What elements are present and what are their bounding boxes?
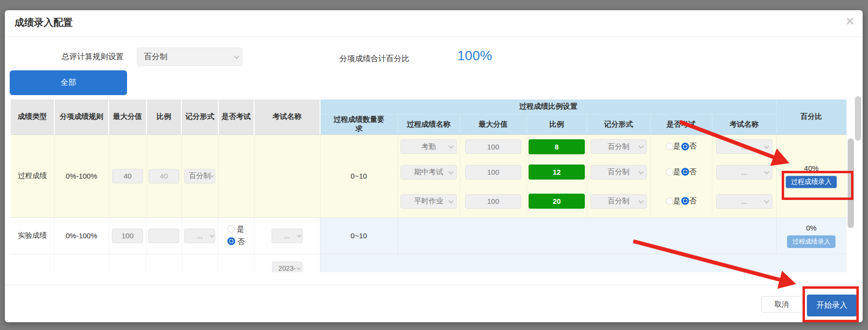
process-ratio-value[interactable]: 8: [529, 139, 585, 154]
title-divider: [5, 36, 863, 37]
cell-process-max: [460, 185, 527, 217]
start-entry-button[interactable]: 开始录入: [807, 295, 857, 316]
header-percent: 百分比: [776, 99, 846, 134]
sum-percent-label: 分项成绩合计百分比: [339, 54, 409, 64]
radio-yes[interactable]: [666, 168, 673, 176]
cell-grade-type: 过程成绩: [11, 134, 54, 217]
cell-quantity: 0~10: [320, 217, 398, 254]
process-max-input[interactable]: [466, 143, 521, 151]
subheader-is-exam: 是否考试: [650, 114, 712, 134]
cell-process-form: 百分制: [587, 185, 650, 217]
all-tab-button[interactable]: 全部: [10, 70, 127, 95]
radio-no-checked[interactable]: [681, 197, 689, 205]
subheader-ratio: 比例: [527, 114, 587, 134]
process-form-select[interactable]: 百分制: [591, 194, 647, 209]
exam-name-select[interactable]: ...: [272, 229, 303, 243]
process-max-input[interactable]: [466, 168, 521, 176]
cell-process-exam-name: ...: [712, 134, 776, 159]
cell-exam-name: 2023-: [254, 254, 320, 272]
process-name-select[interactable]: 考勤: [401, 139, 457, 154]
process-form-select[interactable]: 百分制: [591, 165, 647, 180]
radio-no-checked[interactable]: [681, 143, 689, 150]
cell-ratio: [146, 134, 181, 217]
exam-name-select[interactable]: 2023-: [272, 262, 302, 272]
cell-process-ratio: 20: [527, 185, 587, 217]
process-name-select[interactable]: 平时作业: [401, 194, 457, 209]
cell-process-is-exam: 是否: [650, 134, 712, 159]
chevron-down-icon: [764, 198, 769, 203]
subheader-exam-name: 考试名称: [712, 114, 776, 134]
ratio-input[interactable]: [149, 172, 179, 180]
table-scrollbar-thumb[interactable]: [848, 138, 854, 228]
header-grade-type: 成绩类型: [11, 99, 54, 134]
radio-no-checked[interactable]: [227, 237, 235, 245]
cell-max-score: [109, 134, 146, 217]
cell-score-form: 百分制: [181, 134, 218, 217]
cell-process-area-empty: [398, 217, 776, 254]
cell-process-exam-name: ...: [712, 185, 776, 217]
rule-select[interactable]: 百分制: [137, 48, 242, 66]
process-ratio-value[interactable]: 12: [529, 165, 585, 180]
subheader-score-form: 记分形式: [587, 114, 650, 134]
radio-yes[interactable]: [666, 198, 673, 205]
process-name-select[interactable]: 期中考试: [401, 165, 457, 180]
cell-quantity: 0~10: [320, 134, 398, 217]
chevron-down-icon: [297, 266, 301, 270]
process-form-select[interactable]: 百分制: [591, 139, 647, 154]
rule-setting-label: 总评计算规则设置: [62, 52, 124, 62]
header-ratio: 比例: [146, 99, 181, 134]
chevron-down-icon: [638, 198, 643, 203]
cell-max-score: [109, 217, 146, 254]
process-max-input[interactable]: [466, 197, 521, 205]
cell-process-max: [460, 159, 527, 185]
process-grade-entry-button[interactable]: 过程成绩录入: [786, 176, 837, 188]
cell-is-exam-empty: [218, 134, 254, 217]
ratio-input-wrap: [148, 169, 179, 183]
max-score-input-wrap: [112, 229, 143, 243]
process-max-input-wrap: [465, 139, 521, 154]
score-form-select[interactable]: 百分制: [184, 169, 215, 183]
grade-config-table: 成绩类型 分项成绩规则 最大分值 比例 记分形式 是否考试 考试名称 过程成绩比…: [11, 99, 847, 272]
cell-process-ratio: 12: [527, 159, 587, 185]
cell-process-is-exam: 是否: [650, 159, 712, 185]
process-grade-entry-button[interactable]: 过程成绩录入: [787, 235, 836, 248]
grade-entry-config-dialog: 成绩录入配置 × 总评计算规则设置 百分制 分项成绩合计百分比 100% 全部 …: [5, 10, 863, 322]
dialog-title: 成绩录入配置: [15, 16, 73, 29]
process-ratio-value[interactable]: 20: [529, 194, 585, 209]
process-exam-select[interactable]: ...: [716, 139, 772, 154]
process-exam-select[interactable]: ...: [716, 165, 772, 180]
cell-exam-name: ...: [254, 217, 320, 254]
process-max-input-wrap: [465, 194, 521, 209]
percent-value: 0%: [806, 224, 817, 232]
chevron-down-icon: [764, 169, 769, 174]
cell-process-name: 平时作业: [398, 185, 460, 217]
max-score-input[interactable]: [113, 231, 143, 240]
process-exam-select[interactable]: ...: [716, 194, 772, 209]
cell-process-name: 考勤: [398, 134, 460, 159]
cell-score-form: ...: [181, 217, 218, 254]
cancel-button[interactable]: 取消: [761, 296, 802, 313]
chevron-down-icon: [448, 169, 453, 174]
cell-process-exam-name: ...: [712, 159, 776, 185]
radio-yes[interactable]: [227, 225, 235, 232]
ratio-input[interactable]: [149, 231, 179, 240]
radio-no-checked[interactable]: [681, 168, 689, 176]
radio-yes[interactable]: [666, 143, 673, 150]
cell-process-max: [460, 134, 527, 159]
cell-process-name: 期中考试: [398, 159, 460, 185]
header-process-ratio-group: 过程成绩比例设置: [320, 99, 776, 114]
close-icon[interactable]: ×: [846, 13, 854, 30]
score-form-select[interactable]: ...: [184, 229, 215, 243]
header-score-form: 记分形式: [181, 99, 218, 134]
chevron-down-icon: [234, 53, 239, 59]
footer-divider: [5, 285, 863, 285]
dialog-scrollbar-thumb[interactable]: [855, 96, 861, 141]
cell-process-is-exam: 是否: [650, 185, 712, 217]
header-max-score: 最大分值: [109, 99, 146, 134]
cell-ratio: [146, 217, 181, 254]
subheader-max-score: 最大分值: [460, 114, 527, 134]
ratio-input-wrap: [148, 229, 179, 243]
cell-process-area-empty: [320, 254, 846, 272]
cell-exam-name-empty: [254, 134, 320, 217]
max-score-input[interactable]: [113, 172, 143, 180]
